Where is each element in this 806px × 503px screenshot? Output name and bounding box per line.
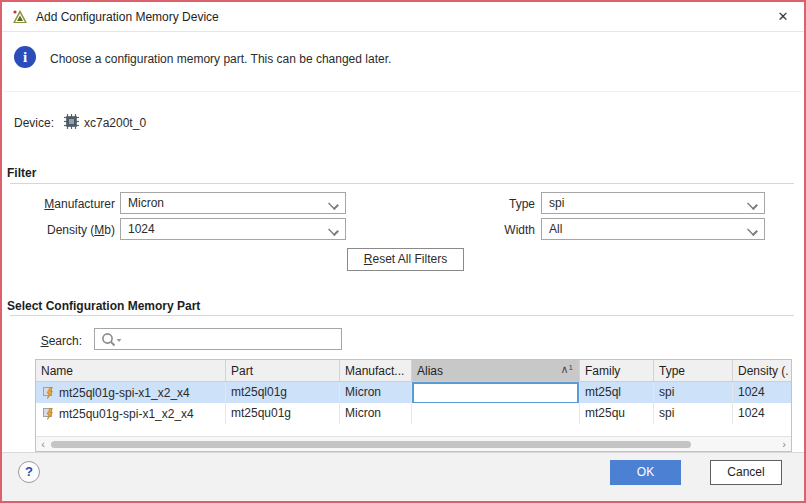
type-cell: spi xyxy=(654,382,733,403)
add-config-memory-dialog: { "colors": { "window_border": "#dd616b"… xyxy=(0,0,806,503)
column-header-manufacturer[interactable]: Manufact... xyxy=(340,360,412,381)
type-value: spi xyxy=(549,196,564,210)
ok-button[interactable]: OK xyxy=(610,460,681,485)
manufacturer-value: Micron xyxy=(128,196,164,210)
title-bar: Add Configuration Memory Device ✕ xyxy=(2,2,804,32)
alias-cell xyxy=(412,382,580,403)
chip-icon xyxy=(64,114,79,129)
table-row[interactable]: mt25ql01g-spi-x1_x2_x4 mt25ql01g Micron … xyxy=(36,382,791,403)
flash-memory-icon xyxy=(43,408,55,420)
filter-section-rule xyxy=(10,183,794,184)
cancel-button[interactable]: Cancel xyxy=(710,460,782,485)
manufacturer-cell: Micron xyxy=(340,403,412,424)
reset-all-filters-button[interactable]: Reset All Filters xyxy=(347,248,464,271)
density-cell: 1024 xyxy=(733,382,791,403)
width-label: Width xyxy=(435,223,535,237)
close-icon[interactable]: ✕ xyxy=(774,8,792,26)
help-button[interactable]: ? xyxy=(18,461,40,483)
scroll-left-icon[interactable]: ‹ xyxy=(37,437,49,451)
family-cell: mt25ql xyxy=(580,382,654,403)
type-label: Type xyxy=(435,197,535,211)
banner-message: Choose a configuration memory part. This… xyxy=(50,52,391,66)
table-row[interactable]: mt25qu01g-spi-x1_x2_x4 mt25qu01g Micron … xyxy=(36,403,791,424)
type-select[interactable]: spi xyxy=(541,192,765,214)
select-part-section-title: Select Configuration Memory Part xyxy=(7,299,200,313)
part-name-cell: mt25ql01g-spi-x1_x2_x4 xyxy=(36,382,226,403)
chevron-down-icon xyxy=(329,226,337,234)
manufacturer-select[interactable]: Micron xyxy=(120,192,346,214)
manufacturer-cell: Micron xyxy=(340,382,412,403)
alias-edit-field[interactable] xyxy=(412,382,579,403)
manufacturer-label: Manufacturer xyxy=(2,197,115,211)
column-header-alias[interactable]: Alias ∧1 xyxy=(412,360,580,381)
select-part-section-rule xyxy=(10,315,794,316)
banner-separator xyxy=(4,91,802,92)
table-header-row: Name Part Manufact... Alias ∧1 Family Ty… xyxy=(36,360,791,382)
type-cell: spi xyxy=(654,403,733,424)
sort-ascending-icon: ∧1 xyxy=(560,363,573,376)
search-box xyxy=(94,328,342,350)
part-cell: mt25qu01g xyxy=(226,403,340,424)
footer-bar: ? OK Cancel xyxy=(2,452,804,501)
info-icon: i xyxy=(14,46,36,68)
column-header-family[interactable]: Family xyxy=(580,360,654,381)
device-label: Device: xyxy=(14,116,54,130)
horizontal-scrollbar[interactable]: ‹ › xyxy=(36,436,791,451)
filter-section-title: Filter xyxy=(7,166,36,180)
density-cell: 1024 xyxy=(733,403,791,424)
width-value: All xyxy=(549,222,562,236)
chevron-down-icon xyxy=(748,200,756,208)
alias-cell xyxy=(412,403,580,424)
density-label: Density (Mb) xyxy=(2,223,115,237)
window-title: Add Configuration Memory Device xyxy=(36,10,219,24)
chevron-down-icon xyxy=(748,226,756,234)
column-header-density[interactable]: Density (. xyxy=(733,360,791,381)
flash-memory-icon xyxy=(43,387,55,399)
memory-parts-table: Name Part Manufact... Alias ∧1 Family Ty… xyxy=(35,359,792,452)
part-cell: mt25ql01g xyxy=(226,382,340,403)
column-header-type[interactable]: Type xyxy=(654,360,733,381)
width-select[interactable]: All xyxy=(541,218,765,240)
search-icon[interactable] xyxy=(101,332,123,348)
scroll-right-icon[interactable]: › xyxy=(778,437,790,451)
device-name: xc7a200t_0 xyxy=(84,116,146,130)
search-label: Search: xyxy=(2,334,82,348)
chevron-down-icon xyxy=(329,200,337,208)
search-input[interactable] xyxy=(125,330,339,348)
scrollbar-thumb[interactable] xyxy=(51,441,691,448)
vivado-logo-icon xyxy=(12,9,28,25)
column-header-name[interactable]: Name xyxy=(36,360,226,381)
part-name-cell: mt25qu01g-spi-x1_x2_x4 xyxy=(36,403,226,424)
density-value: 1024 xyxy=(128,222,155,236)
column-header-part[interactable]: Part xyxy=(226,360,340,381)
density-select[interactable]: 1024 xyxy=(120,218,346,240)
family-cell: mt25qu xyxy=(580,403,654,424)
